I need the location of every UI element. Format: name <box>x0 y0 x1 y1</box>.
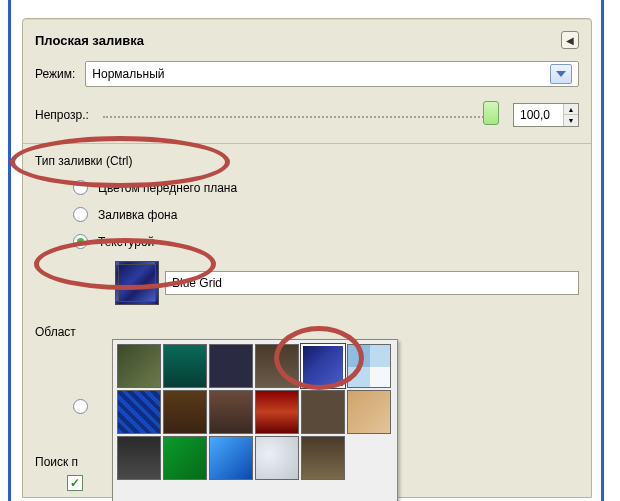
pattern-thumb[interactable] <box>117 436 161 480</box>
pattern-thumb[interactable] <box>255 344 299 388</box>
search-checkbox[interactable]: ✓ <box>67 475 83 491</box>
check-icon: ✓ <box>70 476 80 490</box>
up-icon: ▲ <box>568 106 575 113</box>
pattern-picker-popup <box>112 339 398 501</box>
opacity-step-up[interactable]: ▲ <box>564 104 578 115</box>
pattern-name-value: Blue Grid <box>172 276 222 290</box>
chevron-down-icon <box>556 71 566 77</box>
fill-type-bg-row[interactable]: Заливка фона <box>23 201 591 228</box>
collapse-icon: ◀ <box>566 35 574 46</box>
pattern-thumb[interactable] <box>117 344 161 388</box>
pattern-thumb[interactable] <box>347 390 391 434</box>
opacity-step-down[interactable]: ▼ <box>564 115 578 126</box>
mode-select[interactable]: Нормальный <box>85 61 579 87</box>
radio-pattern[interactable] <box>73 234 88 249</box>
pattern-thumb[interactable] <box>163 436 207 480</box>
opacity-slider-thumb[interactable] <box>483 101 499 125</box>
pattern-name-field[interactable]: Blue Grid <box>165 271 579 295</box>
pattern-thumb[interactable] <box>301 390 345 434</box>
fill-type-bg-label: Заливка фона <box>98 208 177 222</box>
fill-type-fg-row[interactable]: Цветом переднего плана <box>23 174 591 201</box>
fill-type-fg-label: Цветом переднего плана <box>98 181 237 195</box>
fill-type-pattern-label: Текстурой <box>98 235 154 249</box>
radio-bg[interactable] <box>73 207 88 222</box>
search-label: Поиск п <box>35 455 78 469</box>
pattern-thumb[interactable] <box>117 390 161 434</box>
pattern-thumb[interactable] <box>209 344 253 388</box>
pattern-thumb[interactable] <box>163 344 207 388</box>
pattern-thumb[interactable] <box>209 390 253 434</box>
mode-value: Нормальный <box>92 67 164 81</box>
opacity-spinner[interactable]: 100,0 ▲ ▼ <box>513 103 579 127</box>
fill-type-legend: Тип заливки (Ctrl) <box>23 154 591 174</box>
radio-fg[interactable] <box>73 180 88 195</box>
opacity-slider[interactable] <box>103 112 499 118</box>
divider <box>23 143 591 144</box>
pattern-thumb[interactable] <box>163 390 207 434</box>
pattern-thumb[interactable] <box>255 390 299 434</box>
pattern-swatch[interactable] <box>115 261 159 305</box>
pattern-thumb[interactable] <box>301 436 345 480</box>
pattern-thumb[interactable] <box>255 436 299 480</box>
pattern-thumb[interactable] <box>209 436 253 480</box>
pattern-thumb-selected[interactable] <box>301 344 345 388</box>
collapse-button[interactable]: ◀ <box>561 31 579 49</box>
mode-label: Режим: <box>35 67 75 81</box>
down-icon: ▼ <box>568 117 575 124</box>
opacity-value: 100,0 <box>520 108 550 122</box>
panel-title: Плоская заливка <box>35 33 144 48</box>
fill-type-pattern-row[interactable]: Текстурой <box>23 228 591 255</box>
pattern-thumb[interactable] <box>347 344 391 388</box>
opacity-label: Непрозр.: <box>35 108 89 122</box>
mode-dropdown-button[interactable] <box>550 64 572 84</box>
area-radio-partial[interactable] <box>73 399 88 414</box>
